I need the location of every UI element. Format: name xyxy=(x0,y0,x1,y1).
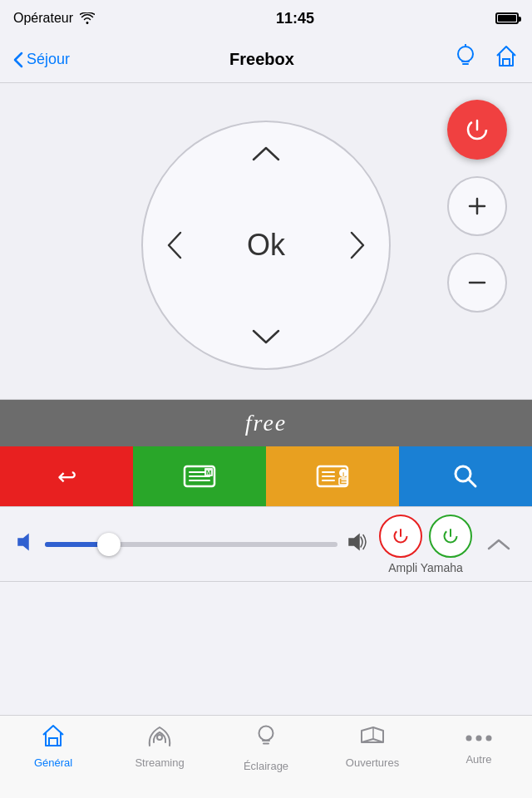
svg-marker-25 xyxy=(18,534,28,549)
volume-up-button[interactable] xyxy=(447,176,507,236)
red-icon: ↩ xyxy=(57,463,76,490)
back-button[interactable]: Séjour xyxy=(13,51,70,68)
house-icon xyxy=(494,44,519,69)
dpad-up-button[interactable] xyxy=(241,129,291,179)
color-buttons: ↩ M i xyxy=(0,446,532,506)
ampli-section: Ampli Yamaha xyxy=(379,515,472,574)
tab-eclairage[interactable]: Éclairage xyxy=(213,722,319,772)
volume-down-button[interactable] xyxy=(447,253,507,313)
wifi-icon xyxy=(80,12,95,24)
svg-point-35 xyxy=(476,736,482,741)
power-icon xyxy=(464,116,490,143)
light-tab-icon xyxy=(255,724,277,751)
brand-section: free ↩ M xyxy=(0,399,532,507)
menu-icon: M xyxy=(183,463,216,490)
dpad-right-button[interactable] xyxy=(332,220,382,270)
dpad-left-button[interactable] xyxy=(150,220,200,270)
up-arrow-icon xyxy=(251,145,281,163)
slider-thumb[interactable] xyxy=(97,533,121,556)
blue-button[interactable] xyxy=(399,446,532,506)
remote-area: Ok xyxy=(0,83,532,399)
speaker-high-icon xyxy=(347,533,369,551)
dpad-circle: Ok xyxy=(141,121,391,370)
search-icon xyxy=(451,461,480,491)
volume-section: Ampli Yamaha xyxy=(0,507,532,582)
side-controls xyxy=(447,100,507,313)
svg-line-24 xyxy=(468,479,475,486)
right-arrow-icon xyxy=(348,230,367,260)
svg-rect-2 xyxy=(503,59,510,66)
svg-marker-26 xyxy=(349,534,359,549)
more-tab-icon xyxy=(464,732,494,744)
dpad-down-button[interactable] xyxy=(241,312,291,362)
page-title: Freebox xyxy=(70,50,454,69)
streaming-tab-icon xyxy=(146,724,173,747)
tab-autre[interactable]: Autre xyxy=(426,722,532,766)
tab-ouvertures-icon xyxy=(358,724,387,753)
amp-power-off-icon xyxy=(392,527,410,545)
status-time: 11:45 xyxy=(276,10,314,27)
status-left: Opérateur xyxy=(13,11,95,26)
tab-ouvertures[interactable]: Ouvertures xyxy=(319,722,426,769)
left-arrow-icon xyxy=(165,230,184,260)
dpad-ok-button[interactable]: Ok xyxy=(247,228,285,263)
svg-point-32 xyxy=(157,735,162,740)
tab-eclairage-icon xyxy=(255,724,277,756)
tab-streaming-label: Streaming xyxy=(135,756,184,769)
tab-general[interactable]: Général xyxy=(0,722,106,769)
svg-text:M: M xyxy=(206,469,212,476)
home-icon-button[interactable] xyxy=(494,44,519,75)
tab-general-label: Général xyxy=(34,756,72,769)
power-button[interactable] xyxy=(447,100,507,160)
ampli-label: Ampli Yamaha xyxy=(388,561,463,574)
tab-autre-icon xyxy=(464,724,494,750)
dpad-container: Ok xyxy=(141,121,391,370)
tab-bar: Général Streaming Éclairage xyxy=(0,715,532,798)
battery-icon xyxy=(495,12,519,24)
minus-icon xyxy=(466,271,489,294)
svg-rect-31 xyxy=(49,738,57,746)
free-brand-label: free xyxy=(245,410,288,436)
back-label: Séjour xyxy=(27,51,70,68)
ampli-power-off-button[interactable] xyxy=(379,515,422,558)
carrier-label: Opérateur xyxy=(13,11,73,26)
down-arrow-icon xyxy=(251,328,281,346)
yellow-button[interactable]: i xyxy=(266,446,399,506)
status-bar: Opérateur 11:45 xyxy=(0,0,532,37)
status-right xyxy=(495,12,519,24)
tab-streaming[interactable]: Streaming xyxy=(106,722,213,769)
tab-eclairage-label: Éclairage xyxy=(244,760,288,772)
volume-low-icon xyxy=(17,533,35,556)
nav-bar: Séjour Freebox xyxy=(0,37,532,83)
back-chevron-icon xyxy=(13,52,23,68)
svg-point-33 xyxy=(259,727,273,741)
collapse-button[interactable] xyxy=(482,528,515,561)
volume-high-icon xyxy=(347,533,369,556)
tab-general-icon xyxy=(41,724,66,753)
tab-streaming-icon xyxy=(146,724,173,753)
red-button[interactable]: ↩ xyxy=(0,446,133,506)
svg-point-0 xyxy=(458,47,473,62)
free-bar: free xyxy=(0,400,532,446)
volume-slider[interactable] xyxy=(45,542,337,547)
svg-rect-20 xyxy=(339,478,347,485)
info-icon: i xyxy=(316,463,349,490)
green-button[interactable]: M xyxy=(133,446,266,506)
home-tab-icon xyxy=(41,724,66,747)
ampli-buttons xyxy=(379,515,472,558)
svg-point-36 xyxy=(486,736,492,741)
bulb-icon xyxy=(454,44,477,69)
tab-ouvertures-label: Ouvertures xyxy=(346,756,399,769)
amp-power-on-icon xyxy=(441,527,460,545)
door-tab-icon xyxy=(358,724,387,747)
svg-text:i: i xyxy=(342,470,344,478)
plus-icon xyxy=(466,195,489,218)
svg-point-34 xyxy=(466,736,472,741)
speaker-low-icon xyxy=(17,533,35,551)
light-icon-button[interactable] xyxy=(454,44,477,75)
tab-autre-label: Autre xyxy=(466,753,491,766)
chevron-up-icon xyxy=(487,537,510,552)
ampli-power-on-button[interactable] xyxy=(429,515,472,558)
nav-icons xyxy=(454,44,519,75)
